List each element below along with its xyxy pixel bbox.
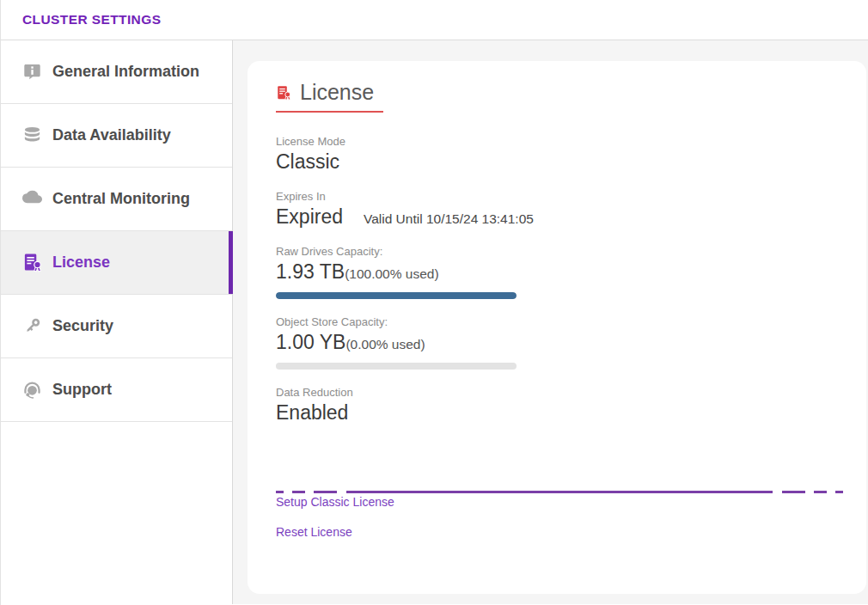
raw-drives-capacity-value: 1.93 TB bbox=[276, 260, 345, 284]
object-store-capacity-value: 1.00 YB bbox=[276, 331, 345, 354]
field-object-store-capacity: Object Store Capacity: 1.00 YB (0.00% us… bbox=[276, 315, 843, 370]
panel-title: License bbox=[300, 80, 374, 105]
cloud-icon bbox=[22, 189, 42, 209]
sidebar-item-support[interactable]: Support bbox=[1, 358, 232, 422]
field-raw-drives-capacity: Raw Drives Capacity: 1.93 TB (100.00% us… bbox=[276, 245, 843, 299]
sidebar-item-central-monitoring[interactable]: Central Monitoring bbox=[1, 168, 232, 231]
reset-license-link[interactable]: Reset License bbox=[276, 525, 843, 539]
field-label: Data Reduction bbox=[276, 386, 843, 399]
sidebar-item-data-availability[interactable]: Data Availability bbox=[1, 104, 232, 168]
field-expires-in: Expires In Expired Valid Until 10/15/24 … bbox=[276, 190, 843, 229]
license-icon bbox=[276, 84, 291, 101]
top-bar: CLUSTER SETTINGS bbox=[1, 0, 868, 40]
sidebar-item-label: Security bbox=[52, 317, 113, 335]
license-icon bbox=[22, 253, 42, 272]
info-icon bbox=[22, 62, 42, 82]
field-label: License Mode bbox=[276, 135, 843, 148]
sidebar-item-label: Support bbox=[52, 381, 112, 399]
sidebar-item-label: Central Monitoring bbox=[52, 190, 190, 208]
valid-until-text: Valid Until 10/15/24 13:41:05 bbox=[364, 211, 534, 227]
sidebar-item-license[interactable]: License bbox=[1, 231, 232, 295]
key-icon bbox=[22, 316, 42, 336]
raw-drives-progress-fill bbox=[276, 292, 517, 299]
field-license-mode: License Mode Classic bbox=[276, 135, 843, 174]
object-store-used-percent: (0.00% used) bbox=[345, 337, 425, 352]
license-actions: Setup Classic License Reset License bbox=[276, 495, 843, 539]
dashed-divider bbox=[276, 481, 843, 484]
license-mode-value: Classic bbox=[276, 150, 339, 174]
setup-classic-license-link[interactable]: Setup Classic License bbox=[276, 495, 843, 509]
object-store-progress-track bbox=[276, 363, 517, 370]
raw-drives-progress-track bbox=[276, 292, 517, 299]
field-data-reduction: Data Reduction Enabled bbox=[276, 386, 843, 425]
sidebar-item-security[interactable]: Security bbox=[1, 295, 232, 358]
page-title: CLUSTER SETTINGS bbox=[22, 12, 161, 28]
settings-sidebar: General Information Data Availability Ce… bbox=[1, 40, 233, 604]
field-label: Expires In bbox=[276, 190, 843, 203]
sidebar-item-label: License bbox=[52, 254, 110, 272]
sidebar-item-label: Data Availability bbox=[52, 126, 171, 144]
title-underline bbox=[276, 111, 383, 113]
field-label: Object Store Capacity: bbox=[276, 315, 843, 328]
data-reduction-value: Enabled bbox=[276, 401, 348, 425]
sidebar-item-label: General Information bbox=[52, 63, 199, 81]
field-label: Raw Drives Capacity: bbox=[276, 245, 843, 258]
raw-drives-used-percent: (100.00% used) bbox=[345, 266, 438, 282]
main-content-area: License License Mode Classic Expires In … bbox=[233, 40, 868, 604]
sidebar-item-general-information[interactable]: General Information bbox=[1, 40, 232, 104]
license-panel-header: License bbox=[276, 80, 843, 105]
headset-icon bbox=[22, 380, 42, 400]
license-card: License License Mode Classic Expires In … bbox=[248, 61, 866, 594]
expires-in-value: Expired bbox=[276, 205, 343, 229]
database-icon bbox=[22, 125, 42, 145]
cluster-settings-app: CLUSTER SETTINGS General Information Dat… bbox=[0, 0, 868, 605]
